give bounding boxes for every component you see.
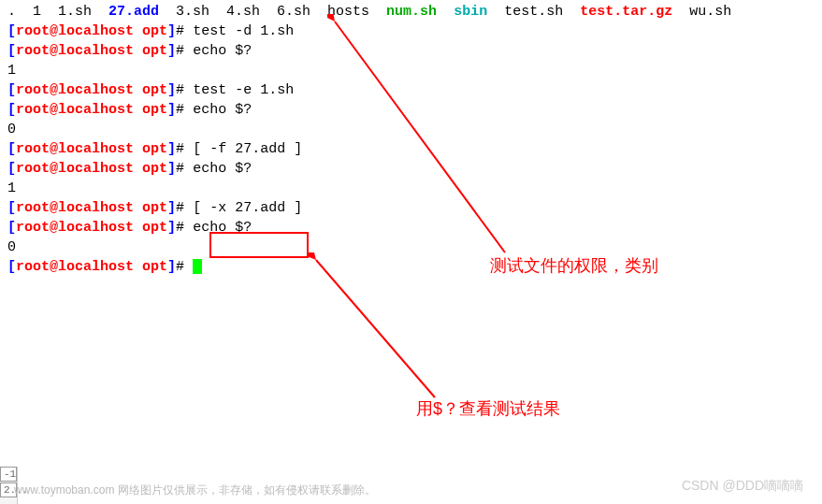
prompt-open: [ (7, 200, 16, 216)
command-line: [root@localhost opt]# [ -f 27.add ] (7, 139, 815, 159)
prompt-close: ] (167, 82, 176, 98)
prompt-close: ] (167, 161, 176, 177)
prompt-user: root (16, 161, 50, 177)
prompt-host: localhost (58, 102, 134, 118)
command-line: [root@localhost opt]# echo $? (7, 100, 815, 120)
output-line: 0 (7, 120, 815, 139)
command-text: echo $? (193, 220, 252, 236)
prompt-space (134, 259, 142, 275)
prompt-host: localhost (58, 200, 134, 216)
prompt-at: @ (50, 102, 58, 118)
prompt-hash: # (176, 82, 193, 98)
prompt-space (134, 23, 142, 39)
prompt-at: @ (50, 259, 58, 275)
annotation-top: 测试文件的权限，类别 (490, 254, 658, 277)
prompt-host: localhost (58, 82, 134, 98)
output-text: 0 (7, 239, 16, 255)
prompt-hash: # (176, 43, 193, 59)
prompt-path: opt (142, 23, 167, 39)
prompt-close: ] (167, 220, 176, 236)
prompt-at: @ (50, 141, 58, 157)
prompt-user: root (16, 220, 50, 236)
command-line: [root@localhost opt]# [ -x 27.add ] (7, 198, 815, 218)
tab-1[interactable]: -1 (0, 467, 17, 482)
command-text: echo $? (193, 43, 252, 59)
prompt-close: ] (167, 141, 176, 157)
prompt-space (134, 220, 142, 236)
prompt-path: opt (142, 200, 167, 216)
prompt-hash: # (176, 161, 193, 177)
prompt-path: opt (142, 259, 167, 275)
command-line: [root@localhost opt]# test -e 1.sh (7, 80, 815, 100)
prompt-hash: # (176, 102, 193, 118)
prompt-close: ] (167, 23, 176, 39)
ls-item: 3.sh 4.sh 6.sh hosts (159, 4, 386, 20)
prompt-space (134, 43, 142, 59)
prompt-user: root (16, 82, 50, 98)
prompt-hash: # (176, 220, 193, 236)
prompt-path: opt (142, 102, 167, 118)
output-line: 0 (7, 238, 815, 257)
prompt-at: @ (50, 23, 58, 39)
ls-item: sbin (454, 4, 487, 20)
prompt-user: root (16, 259, 50, 275)
ls-item: num.sh (386, 4, 437, 20)
prompt-host: localhost (58, 43, 134, 59)
prompt-open: [ (7, 161, 16, 177)
prompt-at: @ (50, 43, 58, 59)
prompt-host: localhost (58, 220, 134, 236)
prompt-host: localhost (58, 141, 134, 157)
command-text: echo $? (193, 161, 252, 177)
ls-item: test.tar.gz (580, 4, 672, 20)
ls-item: 27.add (108, 4, 159, 20)
svg-line-1 (316, 260, 435, 397)
prompt-user: root (16, 200, 50, 216)
prompt-close: ] (167, 43, 176, 59)
prompt-close: ] (167, 200, 176, 216)
prompt-hash: # (176, 200, 193, 216)
prompt-hash: # (176, 23, 193, 39)
prompt-user: root (16, 102, 50, 118)
output-text: 0 (7, 122, 16, 137)
command-line: [root@localhost opt]# test -d 1.sh (7, 22, 815, 41)
prompt-at: @ (50, 161, 58, 177)
prompt-host: localhost (58, 23, 134, 39)
ls-output-line: . 1 1.sh 27.add 3.sh 4.sh 6.sh hosts num… (7, 2, 815, 22)
prompt-hash: # (176, 259, 193, 275)
output-line: 1 (7, 179, 815, 198)
prompt-at: @ (50, 82, 58, 98)
command-line: [root@localhost opt]# echo $? (7, 159, 815, 179)
prompt-user: root (16, 43, 50, 59)
prompt-path: opt (142, 141, 167, 157)
prompt-open: [ (7, 23, 16, 39)
prompt-user: root (16, 141, 50, 157)
prompt-user: root (16, 23, 50, 39)
command-line: [root@localhost opt]# (7, 257, 815, 277)
prompt-hash: # (176, 141, 193, 157)
cursor[interactable] (193, 259, 202, 274)
prompt-path: opt (142, 220, 167, 236)
prompt-open: [ (7, 220, 16, 236)
watermark-left: www.toymoban.com 网络图片仅供展示，非存储，如有侵权请联系删除。 (14, 482, 376, 498)
prompt-path: opt (142, 43, 167, 59)
prompt-open: [ (7, 43, 16, 59)
prompt-space (134, 82, 142, 98)
command-text: [ -x 27.add ] (193, 200, 302, 216)
ls-item: . (7, 4, 16, 20)
command-line: [root@localhost opt]# echo $? (7, 218, 815, 238)
prompt-space (134, 102, 142, 118)
command-text: [ -f 27.add ] (193, 141, 302, 157)
watermark-right: CSDN @DDD嘀嘀嘀 (682, 478, 803, 495)
output-line: 1 (7, 61, 815, 80)
command-text: test -e 1.sh (193, 82, 294, 98)
output-text: 1 (7, 180, 16, 196)
ls-item: test.sh (487, 4, 580, 20)
prompt-open: [ (7, 82, 16, 98)
prompt-open: [ (7, 259, 16, 275)
prompt-close: ] (167, 259, 176, 275)
prompt-space (134, 141, 142, 157)
command-line: [root@localhost opt]# echo $? (7, 41, 815, 61)
ls-item: wu.sh (672, 4, 731, 20)
prompt-host: localhost (58, 161, 134, 177)
prompt-close: ] (167, 102, 176, 118)
